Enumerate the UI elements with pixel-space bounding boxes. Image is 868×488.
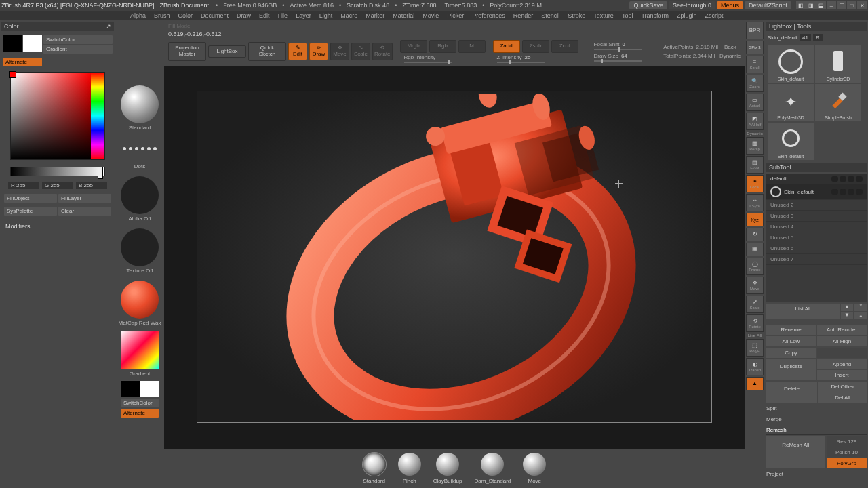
menu-tool[interactable]: Tool — [622, 12, 633, 19]
alternate-button[interactable]: Alternate — [3, 58, 42, 66]
copy-button[interactable]: Copy — [766, 348, 816, 358]
menu-brush[interactable]: Brush — [154, 12, 170, 19]
mrgb-button[interactable]: Mrgb — [400, 40, 427, 53]
zoom-button[interactable]: 🔍Zoom — [746, 75, 764, 92]
scroll-button[interactable]: ≡Scroll — [746, 56, 764, 73]
nav-rotate-button[interactable]: ⟲Rotate — [746, 314, 764, 332]
repeat-icon[interactable]: ↻ — [746, 228, 764, 241]
tool-simplebrush[interactable]: SimpleBrush — [815, 84, 861, 121]
ghost-icon[interactable]: ▲ — [746, 377, 764, 390]
draw-button[interactable]: ✏Draw — [309, 43, 328, 60]
autoreorder-button[interactable]: AutoReorder — [817, 325, 867, 335]
modifiers-label[interactable]: Modifiers — [1, 219, 114, 234]
menu-color[interactable]: Color — [178, 12, 193, 19]
res-slider[interactable]: Res 128 — [827, 436, 867, 447]
shelf-damstandard[interactable]: Dam_Standard — [474, 453, 511, 484]
menu-picker[interactable]: Picker — [447, 12, 464, 19]
nav-move-button[interactable]: ✥Move — [746, 277, 764, 294]
frame-button[interactable]: ◯Frame — [746, 258, 764, 275]
tool-skindefault[interactable]: Skin_default — [768, 45, 814, 83]
rgb-button[interactable]: Rgb — [429, 40, 456, 53]
grid-icon[interactable]: ▦ — [746, 243, 764, 256]
color-picker[interactable] — [10, 72, 105, 160]
rename-button[interactable]: Rename — [766, 325, 816, 335]
menu-transform[interactable]: Transform — [641, 12, 669, 19]
zadd-button[interactable]: Zadd — [493, 40, 520, 53]
dock-right-icon[interactable]: ◨ — [806, 1, 816, 9]
quicksave-button[interactable]: QuickSave — [629, 1, 667, 9]
r-value[interactable]: R 255 — [8, 182, 39, 189]
append-button[interactable]: Append — [817, 359, 867, 369]
viewport[interactable] — [197, 91, 712, 423]
default-zscript[interactable]: DefaultZScript — [745, 1, 791, 9]
gradient-button[interactable]: Gradient — [43, 45, 113, 54]
menu-document[interactable]: Document — [201, 12, 229, 19]
remeshall-button[interactable]: ReMesh All — [766, 436, 825, 468]
rotate-button[interactable]: ⟲Rotate — [372, 43, 393, 60]
transp-button[interactable]: ◐Transp — [746, 358, 764, 375]
allhigh-button[interactable]: All High — [817, 336, 867, 346]
brush-thumb[interactable] — [121, 85, 159, 123]
move-down-icon[interactable]: ▼ — [841, 312, 853, 319]
swatch-white[interactable] — [140, 381, 159, 397]
zsub-button[interactable]: Zsub — [522, 40, 549, 53]
duplicate-button[interactable]: Duplicate — [766, 359, 816, 380]
seethrough-slider[interactable]: See-through 0 — [669, 1, 715, 9]
menu-layer[interactable]: Layer — [296, 12, 311, 19]
polygrp-button[interactable]: PolyGrp — [827, 458, 867, 468]
menu-light[interactable]: Light — [319, 12, 333, 19]
dock-v-icon[interactable]: ⬓ — [816, 1, 826, 9]
alpha-thumb[interactable] — [121, 176, 159, 214]
subtool-skindefault-row[interactable]: Skin_default — [766, 184, 867, 200]
subtool-unused-row[interactable]: Unused 6 — [766, 243, 867, 254]
remesh-section[interactable]: Remesh — [766, 426, 867, 435]
insert-button[interactable]: Insert — [817, 370, 867, 380]
g-value[interactable]: G 255 — [42, 182, 73, 189]
menu-edit[interactable]: Edit — [259, 12, 270, 19]
texture-thumb[interactable] — [121, 228, 159, 266]
zintensity-slider[interactable] — [497, 62, 545, 63]
nav-scale-button[interactable]: ⤢Scale — [746, 296, 764, 313]
tool-cylinder3d[interactable]: Cylinder3D — [815, 45, 861, 83]
zcut-button[interactable]: Zcut — [551, 40, 578, 53]
m-button[interactable]: M — [458, 40, 486, 53]
color-panel-header[interactable]: Color↗ — [1, 22, 114, 31]
minimize-icon[interactable]: – — [827, 1, 836, 9]
delall-button[interactable]: Del All — [818, 392, 867, 403]
tool-index[interactable]: 41 — [800, 34, 811, 41]
subtool-header[interactable]: SubTool — [766, 163, 867, 172]
quicksketch-button[interactable]: Quick Sketch — [248, 42, 286, 61]
menu-zscript[interactable]: Zscript — [705, 12, 724, 19]
b-value[interactable]: B 255 — [76, 182, 107, 189]
delother-button[interactable]: Del Other — [818, 382, 867, 392]
lightbox-header[interactable]: Lightbox | Tools — [766, 22, 867, 31]
xyz-button[interactable]: Xyz — [746, 213, 764, 226]
shelf-pinch[interactable]: Pinch — [398, 453, 421, 484]
r-toggle[interactable]: R — [813, 34, 823, 41]
stroke-thumb[interactable] — [121, 135, 159, 162]
menu-material[interactable]: Material — [393, 12, 414, 19]
subtool-unused-row[interactable]: Unused 5 — [766, 232, 867, 243]
subtool-unused-row[interactable]: Unused 3 — [766, 211, 867, 222]
polish-slider[interactable]: Polish 10 — [827, 447, 867, 458]
split-section[interactable]: Split — [766, 404, 867, 413]
swatch-black[interactable] — [121, 381, 140, 397]
subtool-default-row[interactable]: default — [766, 174, 867, 184]
switchcolor-button[interactable]: SwitchColor — [43, 35, 113, 44]
move-button[interactable]: ✥Move — [330, 43, 349, 60]
restore-icon[interactable]: ❐ — [837, 1, 846, 9]
persp-button[interactable]: ▦Persp — [746, 137, 764, 155]
subtool-unused-row[interactable]: Unused 7 — [766, 254, 867, 265]
menu-preferences[interactable]: Preferences — [472, 12, 505, 19]
menu-texture[interactable]: Texture — [593, 12, 614, 19]
menu-alpha[interactable]: Alpha — [130, 12, 146, 19]
project-section[interactable]: Project — [766, 470, 867, 479]
subtool-unused-row[interactable]: Unused 2 — [766, 200, 867, 211]
color-swatch-secondary[interactable] — [3, 35, 22, 52]
aahalf-button[interactable]: ◩AAHalf — [746, 113, 764, 130]
bpr-button[interactable]: BPR — [746, 22, 764, 39]
alternate2-button[interactable]: Alternate — [121, 409, 159, 418]
value-slider[interactable] — [10, 167, 105, 176]
clear-button[interactable]: Clear — [58, 207, 111, 216]
projection-master-button[interactable]: Projection Master — [168, 42, 206, 61]
